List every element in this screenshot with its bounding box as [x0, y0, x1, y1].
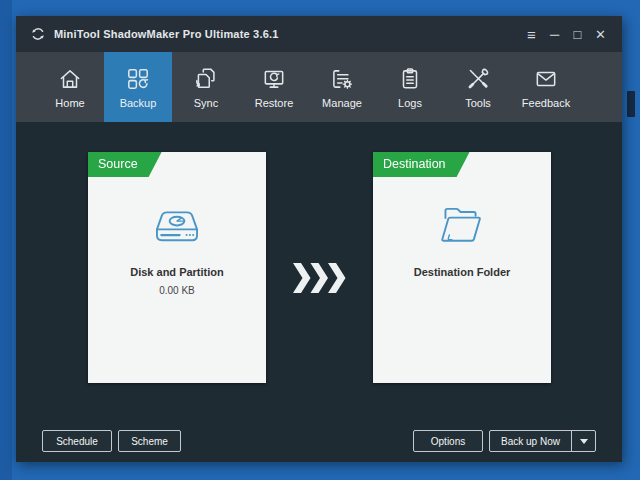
- backup-now-button[interactable]: Back up Now: [489, 430, 596, 452]
- nav-label: Feedback: [522, 97, 570, 109]
- nav-item-manage[interactable]: Manage: [308, 52, 376, 122]
- nav-item-sync[interactable]: Sync: [172, 52, 240, 122]
- nav-label: Home: [55, 97, 84, 109]
- destination-card[interactable]: Destination Destination Folder: [373, 152, 551, 383]
- nav-item-home[interactable]: Home: [36, 52, 104, 122]
- backup-now-dropdown[interactable]: [571, 431, 595, 451]
- destination-item-name: Destination Folder: [414, 266, 511, 278]
- nav-item-feedback[interactable]: Feedback: [512, 52, 580, 122]
- destination-tab-label: Destination: [373, 152, 470, 177]
- source-card-body: Disk and Partition 0.00 KB: [88, 177, 266, 383]
- titlebar: MiniTool ShadowMaker Pro Ultimate 3.6.1 …: [16, 16, 622, 52]
- minimize-icon[interactable]: ─: [543, 22, 566, 46]
- nav-item-logs[interactable]: Logs: [376, 52, 444, 122]
- source-tab-label: Source: [88, 152, 162, 177]
- chevron-right-arrows-icon: [293, 263, 346, 293]
- disk-icon: [149, 198, 205, 252]
- backup-now-label: Back up Now: [490, 436, 571, 447]
- destination-card-body: Destination Folder: [373, 177, 551, 383]
- window-controls: ≡ ─ □ ✕: [520, 22, 612, 46]
- maximize-icon[interactable]: □: [566, 22, 589, 46]
- desktop-background-artifact: [627, 91, 635, 117]
- source-item-name: Disk and Partition: [130, 266, 224, 278]
- nav-item-backup[interactable]: Backup: [104, 52, 172, 122]
- restore-icon: [261, 66, 287, 92]
- backup-icon: [125, 66, 151, 92]
- nav-label: Backup: [120, 97, 157, 109]
- nav-item-restore[interactable]: Restore: [240, 52, 308, 122]
- folder-icon: [434, 198, 490, 252]
- manage-icon: [329, 66, 355, 92]
- desktop-background-strip: [0, 0, 12, 480]
- close-icon[interactable]: ✕: [589, 22, 612, 46]
- logs-icon: [397, 66, 423, 92]
- schedule-button[interactable]: Schedule: [42, 430, 112, 452]
- tools-icon: [465, 66, 491, 92]
- source-item-size: 0.00 KB: [159, 285, 195, 296]
- minitool-logo-icon: [30, 26, 46, 42]
- nav-label: Sync: [194, 97, 218, 109]
- sync-icon: [193, 66, 219, 92]
- options-button[interactable]: Options: [413, 430, 483, 452]
- source-card[interactable]: Source Disk and Partition 0.00 KB: [88, 152, 266, 383]
- nav-label: Logs: [398, 97, 422, 109]
- window-title: MiniTool ShadowMaker Pro Ultimate 3.6.1: [54, 28, 279, 40]
- main-nav: Home Backup Sync: [16, 52, 622, 122]
- chevron-down-icon: [580, 439, 588, 444]
- backup-page: Source Disk and Partition 0.00 KB: [16, 122, 622, 462]
- nav-label: Manage: [322, 97, 362, 109]
- feedback-icon: [533, 66, 559, 92]
- nav-item-tools[interactable]: Tools: [444, 52, 512, 122]
- app-window: MiniTool ShadowMaker Pro Ultimate 3.6.1 …: [16, 16, 622, 462]
- nav-label: Tools: [465, 97, 491, 109]
- menu-icon[interactable]: ≡: [520, 22, 543, 46]
- scheme-button[interactable]: Scheme: [118, 430, 181, 452]
- home-icon: [57, 66, 83, 92]
- nav-label: Restore: [255, 97, 294, 109]
